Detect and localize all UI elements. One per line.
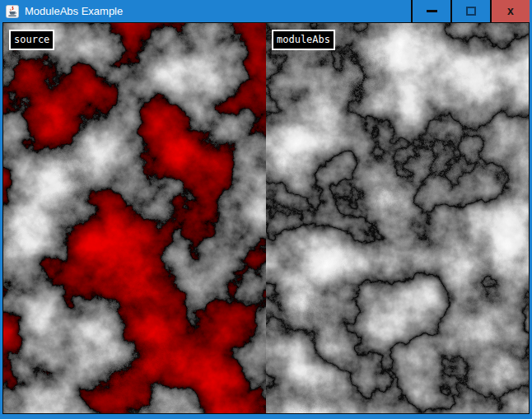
- app-window: ModuleAbs Example x source moduleAbs: [0, 0, 532, 419]
- java-coffee-cup-icon: [6, 5, 19, 18]
- maximize-button[interactable]: [452, 0, 490, 22]
- source-noise-image: [3, 23, 266, 413]
- titlebar[interactable]: ModuleAbs Example x: [2, 0, 530, 22]
- moduleabs-image-panel: moduleAbs: [266, 23, 529, 413]
- window-controls: x: [411, 0, 530, 22]
- minimize-dash-icon: [427, 10, 437, 12]
- moduleabs-noise-image: [266, 23, 529, 413]
- source-image-panel: source: [3, 23, 266, 413]
- window-title: ModuleAbs Example: [25, 5, 411, 18]
- moduleabs-label: moduleAbs: [272, 30, 335, 50]
- maximize-square-icon: [466, 7, 476, 16]
- close-button[interactable]: x: [492, 0, 530, 22]
- window-content: source moduleAbs: [2, 22, 530, 414]
- source-label: source: [9, 30, 54, 50]
- minimize-button[interactable]: [413, 0, 450, 22]
